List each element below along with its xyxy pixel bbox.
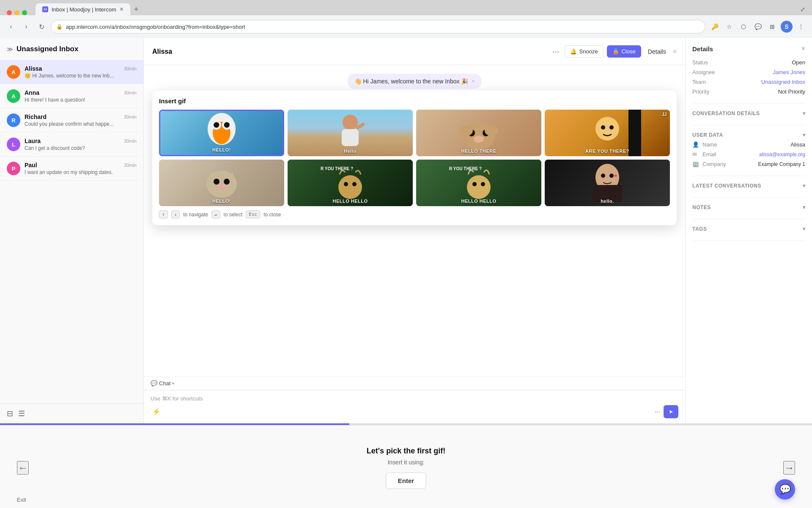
user-data-section: USER DATA ▾ 👤 Name Alissa ✉ Email alissa… [692,132,805,176]
snooze-label: Snooze [579,48,598,55]
close-window-btn[interactable] [7,10,12,15]
sidebar-columns-btn[interactable]: ⊟ [7,409,13,418]
chat-input-hint: Use ⌘K for shortcuts [151,395,678,402]
new-tab-btn[interactable]: + [130,3,142,15]
onboarding-next-btn[interactable]: → [783,461,795,475]
status-row: Status Open [692,59,805,66]
list-item[interactable]: R Richard Could you please confirm what … [0,108,143,133]
svg-point-35 [601,174,605,178]
gif-item[interactable]: JJ ARE YOU THERE? [545,110,670,156]
sidebar-list-btn[interactable]: ☰ [18,409,25,418]
browser-toolbar: ‹ › ↻ 🔒 app.intercom.com/a/inbox/nnsgmgo… [0,15,812,38]
minimize-window-btn[interactable] [14,10,19,15]
gif-item[interactable]: hello. [545,160,670,206]
tags-toggle[interactable]: ▾ [803,226,806,232]
back-btn[interactable]: ‹ [5,21,17,33]
tags-label: TAGS [692,226,707,232]
reload-btn[interactable]: ↻ [36,21,47,33]
user-avatar-btn[interactable]: S [781,21,793,33]
details-panel-close-icon[interactable]: × [801,45,805,52]
gif-picker-footer: ↑ ↓ to navigate ↵ to select Esc to close [159,210,670,218]
assignee-row: Assignee James Jones [692,69,805,75]
snooze-button[interactable]: 🔔 Snooze [565,45,604,58]
gif-item[interactable]: R YOU THERE ? HELLO HELLO [288,160,413,206]
svg-point-31 [472,182,477,186]
gif-top-label: JJ [662,112,667,117]
gif-item[interactable]: Hello [288,110,413,156]
list-item[interactable]: L Laura Can I get a discount code? 30min [0,133,143,157]
message-close-icon[interactable]: × [472,78,475,84]
conv-preview: Could you please confirm what happe... [25,121,120,127]
details-close-icon[interactable]: × [673,48,677,55]
user-data-toggle[interactable]: ▾ [803,132,806,138]
conv-details-section: CONVERSATION DETAILS ▾ [692,110,805,125]
list-item[interactable]: A Alissa 🙂 Hi James, welcome to the new … [0,60,143,84]
extensions-icon[interactable]: ⬡ [738,21,749,33]
chat-widget-btn[interactable]: 💬 [775,479,795,500]
sidebar-expand-icon[interactable]: ≫ [7,46,13,52]
latest-convs-toggle[interactable]: ▾ [803,183,806,189]
svg-point-36 [609,174,614,178]
browser-tab-active[interactable]: M Inbox | Moodjoy | Intercom × [36,3,130,15]
onboarding-title: Let's pick the first gif! [367,447,445,456]
svg-point-30 [467,175,491,199]
details-btn[interactable]: Details [645,47,669,57]
notes-label: NOTES [692,204,711,210]
send-button[interactable]: ➤ [664,405,678,418]
chat-more-btn[interactable]: ··· [551,45,561,58]
conv-details-header: CONVERSATION DETAILS ▾ [692,110,805,116]
tab-close-btn[interactable]: × [120,6,123,13]
list-item[interactable]: A Anna Hi there! I have a question! 30mi… [0,84,143,108]
conv-time: 30min [124,138,137,144]
chat-input-toolbar: ⚡ ··· ➤ [151,405,678,418]
gif-item[interactable]: HELLO! [159,160,284,206]
select-key: ↵ [211,210,220,218]
assignee-label: Assignee [692,69,715,75]
gif-item[interactable]: HELLO THERE [416,110,541,156]
conv-preview: Hi there! I have a question! [25,97,120,103]
team-label: Team [692,79,706,85]
user-data-label: USER DATA [692,132,723,138]
close-button[interactable]: 🔒 Close [607,45,641,58]
status-label: Status [692,59,708,66]
notes-toggle[interactable]: ▾ [803,204,806,210]
gif-label: hello. [545,199,670,204]
svg-point-27 [344,182,348,186]
gif-label: ARE YOU THERE? [545,149,670,154]
svg-point-15 [485,126,498,136]
gif-item[interactable]: HELLO! [159,110,284,156]
svg-point-32 [481,182,485,186]
browser-resize-btn[interactable]: ⤢ [797,3,809,15]
gif-label: HELLO! [159,199,284,204]
lightning-icon[interactable]: ⚡ [151,406,162,417]
chat-mode-selector[interactable]: 💬 Chat ▾ [151,380,678,387]
email-icon: ✉ [692,151,699,157]
svg-point-18 [609,125,614,130]
nav-down-key: ↓ [171,210,180,218]
svg-point-16 [595,117,619,141]
sidebar: ≫ Unassigned Inbox A Alissa 🙂 Hi James, … [0,38,144,423]
browser-menu-btn[interactable]: ⋮ [795,21,807,33]
sidebar-title: Unassigned Inbox [16,45,78,53]
address-bar[interactable]: 🔒 app.intercom.com/a/inbox/nnsgmgob/onbo… [51,20,705,33]
grid-icon[interactable]: ⊞ [766,21,778,33]
onboarding-enter-btn[interactable]: Enter [386,472,426,489]
company-icon: 🏢 [692,161,699,167]
intercom-icon[interactable]: 💬 [752,21,764,33]
user-name-row: 👤 Name Alissa [692,141,805,148]
forward-btn[interactable]: › [20,21,32,33]
lock-icon: 🔒 [56,24,63,30]
svg-point-25 [217,184,226,189]
key-icon[interactable]: 🔑 [709,21,721,33]
gif-item[interactable]: R YOU THERE ? HELLO HELLO [416,160,541,206]
onboarding-exit-btn[interactable]: Exit [17,497,26,503]
maximize-window-btn[interactable] [22,10,27,15]
bookmark-icon[interactable]: ☆ [723,21,735,33]
conv-name: Paul [25,162,120,168]
notes-header: NOTES ▾ [692,204,805,210]
browser-tabs: M Inbox | Moodjoy | Intercom × + ⤢ [0,0,812,15]
toolbar-more-btn[interactable]: ··· [655,408,660,416]
conv-details-toggle[interactable]: ▾ [803,110,806,116]
onboarding-prev-btn[interactable]: ← [17,461,29,475]
list-item[interactable]: P Paul I want an update on my shipping d… [0,157,143,181]
